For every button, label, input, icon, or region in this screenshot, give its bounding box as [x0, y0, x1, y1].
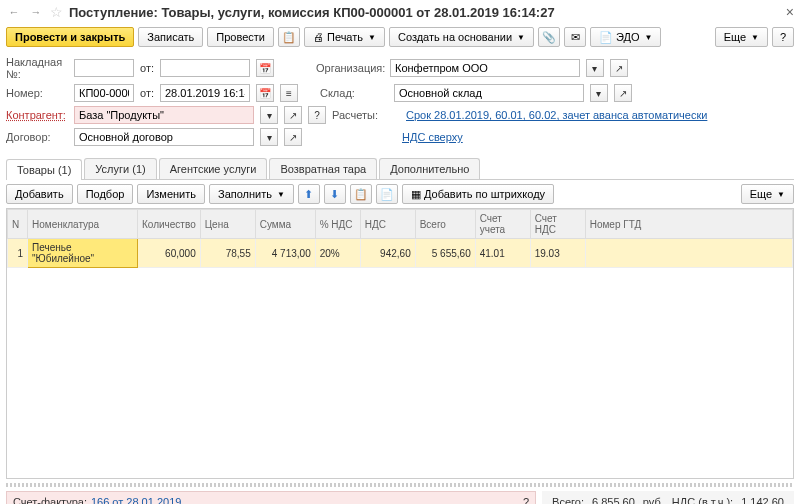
tab-services[interactable]: Услуги (1) — [84, 158, 156, 179]
col-vatrate[interactable]: % НДС — [315, 210, 360, 239]
counterparty-dropdown[interactable]: ▾ — [260, 106, 278, 124]
col-gtd[interactable]: Номер ГТД — [585, 210, 792, 239]
invoice-footer-link[interactable]: 166 от 28.01.2019 — [91, 496, 181, 504]
invoice-label: Накладная №: — [6, 56, 68, 80]
move-up-icon[interactable]: ⬆ — [298, 184, 320, 204]
col-qty[interactable]: Количество — [138, 210, 201, 239]
org-open[interactable]: ↗ — [610, 59, 628, 77]
invoice-footer-label: Счет-фактура: — [13, 496, 87, 504]
counterparty-input[interactable] — [74, 106, 254, 124]
fill-button[interactable]: Заполнить▼ — [209, 184, 294, 204]
contract-input[interactable] — [74, 128, 254, 146]
goods-table: N Номенклатура Количество Цена Сумма % Н… — [7, 209, 793, 268]
warehouse-open[interactable]: ↗ — [614, 84, 632, 102]
invoice-number-input[interactable] — [74, 59, 134, 77]
invoice-date-input[interactable] — [160, 59, 250, 77]
from-label-2: от: — [140, 87, 154, 99]
col-price[interactable]: Цена — [200, 210, 255, 239]
settlements-link[interactable]: Срок 28.01.2019, 60.01, 60.02, зачет ава… — [406, 109, 707, 121]
org-input[interactable] — [390, 59, 580, 77]
attach-icon[interactable]: 📎 — [538, 27, 560, 47]
total-value: 6 855,60 — [592, 496, 635, 504]
tab-goods[interactable]: Товары (1) — [6, 159, 82, 180]
post-close-button[interactable]: Провести и закрыть — [6, 27, 134, 47]
write-button[interactable]: Записать — [138, 27, 203, 47]
vat-label: НДС (в т.ч.): — [672, 496, 733, 504]
counterparty-open[interactable]: ↗ — [284, 106, 302, 124]
vat-value: 1 142,60 — [741, 496, 784, 504]
currency: руб. — [643, 496, 664, 504]
print-button[interactable]: 🖨 Печать▼ — [304, 27, 385, 47]
org-label: Организация: — [316, 62, 384, 74]
contract-label: Договор: — [6, 131, 68, 143]
nav-back[interactable]: ← — [6, 4, 22, 20]
vat-mode-link[interactable]: НДС сверху — [402, 131, 463, 143]
grid-empty-area — [7, 268, 793, 478]
nav-forward[interactable]: → — [28, 4, 44, 20]
org-dropdown[interactable]: ▾ — [586, 59, 604, 77]
paste-icon[interactable]: 📄 — [376, 184, 398, 204]
tab-agent[interactable]: Агентские услуги — [159, 158, 268, 179]
contract-open[interactable]: ↗ — [284, 128, 302, 146]
tabs: Товары (1) Услуги (1) Агентские услуги В… — [6, 158, 794, 180]
window-title: Поступление: Товары, услуги, комиссия КП… — [69, 5, 780, 20]
counterparty-label: Контрагент: — [6, 109, 68, 121]
edo-button[interactable]: 📄 ЭДО▼ — [590, 27, 661, 47]
help-icon[interactable]: ? — [772, 27, 794, 47]
divider — [6, 483, 794, 487]
invoice-help[interactable]: ? — [523, 496, 529, 504]
date-input[interactable] — [160, 84, 250, 102]
warehouse-label: Склад: — [320, 87, 388, 99]
more-button[interactable]: Еще▼ — [715, 27, 768, 47]
close-icon[interactable]: × — [786, 4, 794, 20]
col-vat[interactable]: НДС — [360, 210, 415, 239]
post-button[interactable]: Провести — [207, 27, 274, 47]
calendar-icon-2[interactable]: 📅 — [256, 84, 274, 102]
contract-dropdown[interactable]: ▾ — [260, 128, 278, 146]
settlements-label: Расчеты: — [332, 109, 400, 121]
col-vatacct[interactable]: Счет НДС — [530, 210, 585, 239]
edit-button[interactable]: Изменить — [137, 184, 205, 204]
tab-returnable[interactable]: Возвратная тара — [269, 158, 377, 179]
add-barcode-button[interactable]: ▦ Добавить по штрихкоду — [402, 184, 554, 204]
copy-icon[interactable]: 📋 — [350, 184, 372, 204]
col-total[interactable]: Всего — [415, 210, 475, 239]
col-acct[interactable]: Счет учета — [475, 210, 530, 239]
add-button[interactable]: Добавить — [6, 184, 73, 204]
calendar-icon-1[interactable]: 📅 — [256, 59, 274, 77]
total-label: Всего: — [552, 496, 584, 504]
favorite-icon[interactable]: ☆ — [50, 4, 63, 20]
create-based-button[interactable]: Создать на основании▼ — [389, 27, 534, 47]
table-row[interactable]: 1 Печенье "Юбилейное" 60,000 78,55 4 713… — [8, 239, 793, 268]
col-name[interactable]: Номенклатура — [28, 210, 138, 239]
subtool-more-button[interactable]: Еще▼ — [741, 184, 794, 204]
pick-button[interactable]: Подбор — [77, 184, 134, 204]
move-down-icon[interactable]: ⬇ — [324, 184, 346, 204]
number-label: Номер: — [6, 87, 68, 99]
date-extra[interactable]: ≡ — [280, 84, 298, 102]
warehouse-dropdown[interactable]: ▾ — [590, 84, 608, 102]
counterparty-help[interactable]: ? — [308, 106, 326, 124]
mail-icon[interactable]: ✉ — [564, 27, 586, 47]
from-label-1: от: — [140, 62, 154, 74]
col-n[interactable]: N — [8, 210, 28, 239]
report-icon[interactable]: 📋 — [278, 27, 300, 47]
warehouse-input[interactable] — [394, 84, 584, 102]
col-sum[interactable]: Сумма — [255, 210, 315, 239]
number-input[interactable] — [74, 84, 134, 102]
tab-extra[interactable]: Дополнительно — [379, 158, 480, 179]
